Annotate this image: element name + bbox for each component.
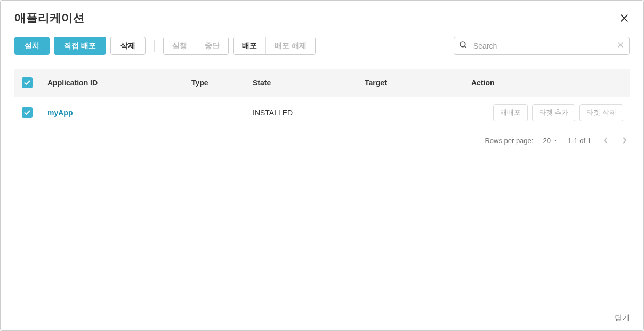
col-header-type: Type [185, 69, 246, 97]
add-target-button[interactable]: 타겟 추가 [532, 104, 576, 121]
col-header-state: State [246, 69, 358, 97]
cell-state: INSTALLED [246, 97, 358, 129]
rows-per-page-select[interactable]: 20 [543, 137, 558, 145]
select-all-checkbox[interactable] [22, 77, 33, 88]
applications-table: Application ID Type State Target Action … [14, 69, 630, 129]
svg-line-1 [464, 46, 466, 48]
undeploy-button[interactable]: 배포 해제 [266, 37, 315, 54]
row-checkbox[interactable] [22, 107, 33, 118]
run-stop-group: 실행 중단 [163, 37, 229, 55]
deploy-button[interactable]: 배포 [234, 37, 266, 54]
modal-footer: 닫기 [1, 307, 643, 330]
stop-button[interactable]: 중단 [196, 37, 228, 54]
search-icon [458, 40, 468, 52]
caret-down-icon [553, 138, 558, 143]
toolbar: 설치 직접 배포 삭제 실행 중단 배포 배포 해제 [1, 26, 643, 61]
col-header-action: Action [465, 69, 630, 97]
close-button[interactable]: 닫기 [615, 313, 630, 323]
toolbar-divider [154, 40, 155, 52]
col-header-app-id: Application ID [41, 69, 185, 97]
table-row: myApp INSTALLED 재배포 타겟 추가 타겟 삭제 [14, 97, 630, 129]
modal-header: 애플리케이션 [1, 1, 643, 26]
cell-actions: 재배포 타겟 추가 타겟 삭제 [465, 97, 630, 129]
pagination: Rows per page: 20 1-1 of 1 [1, 129, 643, 152]
search-box [454, 37, 630, 55]
svg-point-0 [460, 42, 465, 47]
direct-deploy-button[interactable]: 직접 배포 [54, 37, 106, 55]
cell-type [185, 97, 246, 129]
clear-search-icon[interactable] [616, 41, 625, 51]
rows-per-page-label: Rows per page: [485, 137, 533, 145]
table-header-row: Application ID Type State Target Action [14, 69, 630, 97]
search-input[interactable] [470, 40, 616, 52]
cell-target [358, 97, 465, 129]
remove-target-button[interactable]: 타겟 삭제 [579, 104, 623, 121]
deploy-group: 배포 배포 해제 [233, 37, 316, 55]
run-button[interactable]: 실행 [164, 37, 196, 54]
application-modal: 애플리케이션 설치 직접 배포 삭제 실행 중단 배포 배포 해제 [0, 0, 644, 331]
close-icon[interactable] [619, 13, 630, 23]
delete-button[interactable]: 삭제 [110, 37, 146, 55]
modal-title: 애플리케이션 [14, 10, 85, 26]
prev-page-button[interactable] [601, 136, 610, 145]
app-id-link[interactable]: myApp [47, 108, 73, 117]
redeploy-button[interactable]: 재배포 [493, 104, 528, 121]
pagination-range: 1-1 of 1 [568, 137, 591, 145]
next-page-button[interactable] [620, 136, 630, 145]
applications-table-wrap: Application ID Type State Target Action … [1, 61, 643, 129]
col-header-target: Target [358, 69, 465, 97]
install-button[interactable]: 설치 [14, 37, 50, 55]
rows-per-page-value: 20 [543, 137, 550, 145]
